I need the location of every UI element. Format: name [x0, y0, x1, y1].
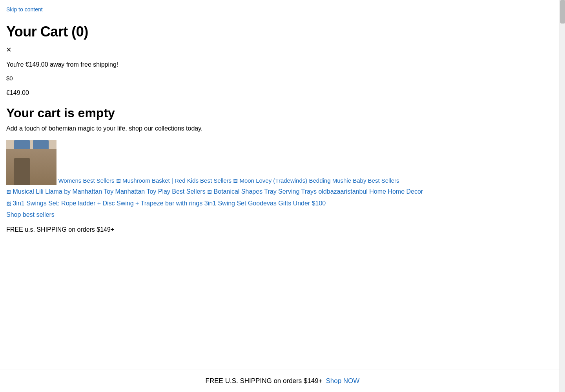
broken-img-2: 🖼 — [233, 178, 238, 184]
broken-img-5: 🖼 — [6, 201, 11, 207]
product-thumbnail — [6, 140, 56, 185]
broken-img-1: 🖼 — [116, 178, 121, 184]
product-links-row-3: 🖼 3in1 Swings Set: Rope ladder + Disc Sw… — [6, 198, 504, 209]
scrollbar-thumb[interactable] — [560, 0, 565, 24]
close-cart-button[interactable]: × — [6, 45, 11, 55]
broken-img-4: 🖼 — [207, 189, 212, 195]
svg-rect-9 — [6, 179, 56, 185]
shipping-notice: You're €149.00 away from free shipping! — [6, 61, 504, 68]
svg-rect-5 — [12, 169, 16, 176]
empty-cart-heading: Your cart is empty — [6, 106, 504, 120]
shop-now-link[interactable]: Shop NOW — [326, 377, 359, 385]
progress-start-label: $0 — [6, 75, 13, 82]
svg-rect-1 — [14, 140, 30, 167]
cart-title: Your Cart (0) — [6, 24, 504, 40]
svg-rect-2 — [33, 140, 49, 167]
broken-img-3: 🖼 — [6, 189, 11, 195]
svg-rect-8 — [35, 170, 46, 172]
swing-set-link[interactable]: 3in1 Swings Set: Rope ladder + Disc Swin… — [13, 200, 326, 207]
svg-point-3 — [11, 169, 33, 178]
product-links-inline: Womens Best Sellers 🖼 Mushroom Basket | … — [58, 177, 399, 184]
skip-to-content-link[interactable]: Skip to content — [6, 3, 43, 16]
product-links-row-2: 🖼 Musical Lili Llama by Manhattan Toy Ma… — [6, 187, 504, 197]
free-shipping-small-text: FREE u.s. SHIPPING on orders $149+ — [6, 226, 504, 233]
product-image-area: Womens Best Sellers 🖼 Mushroom Basket | … — [6, 140, 399, 185]
svg-rect-0 — [6, 140, 56, 185]
musical-lili-link[interactable]: Musical Lili Llama by Manhattan Toy Manh… — [13, 188, 205, 195]
progress-section: $0 — [6, 74, 504, 82]
moon-lovey-link[interactable]: Moon Lovey (Tradewinds) Bedding Mushie B… — [239, 177, 399, 184]
empty-cart-subtext: Add a touch of bohemian magic to your li… — [6, 125, 504, 132]
shop-best-sellers-link[interactable]: Shop best sellers — [6, 211, 504, 218]
bottom-banner-text: FREE U.S. SHIPPING on orders $149+ — [206, 377, 323, 385]
progress-end-label: €149.00 — [6, 89, 504, 96]
svg-rect-7 — [16, 167, 28, 169]
svg-point-4 — [31, 171, 51, 180]
womens-best-sellers-link[interactable]: Womens Best Sellers — [58, 177, 114, 184]
svg-rect-6 — [38, 171, 42, 178]
botanical-tray-link[interactable]: Botanical Shapes Tray Serving Trays oldb… — [214, 188, 423, 195]
mushroom-basket-link[interactable]: Mushroom Basket | Red Kids Best Sellers — [122, 177, 231, 184]
vertical-scrollbar[interactable] — [560, 0, 565, 392]
bottom-banner: FREE U.S. SHIPPING on orders $149+ Shop … — [0, 370, 565, 392]
